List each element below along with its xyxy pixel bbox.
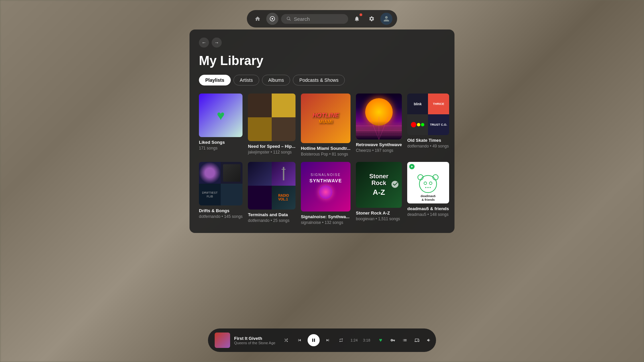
item-name: deadmau5 & friends [407,206,449,211]
svg-rect-8 [282,169,286,170]
item-name: Liked Songs [199,140,243,145]
topbar: Search [247,10,397,27]
item-meta: jakejimpster • 112 songs [248,150,296,155]
home-button[interactable] [252,13,264,25]
radio-button[interactable] [266,13,278,25]
notification-dot [360,13,362,16]
list-item[interactable]: ♥ Liked Songs 171 songs [199,94,243,157]
shuffle-button[interactable] [281,335,291,346]
tab-playlists[interactable]: Playlists [199,75,231,85]
item-meta: dotfernando • 49 songs [407,144,449,148]
player-track-name: First It Giveth [234,336,275,341]
forward-button[interactable]: → [212,38,222,48]
player-album-art [215,333,230,348]
item-name: Old Skate Times [407,138,449,143]
player-actions: ♥ [376,335,434,345]
item-name: Signalnoise: Synthwa... [301,214,351,219]
repeat-button[interactable] [336,335,346,346]
previous-button[interactable] [294,335,305,346]
next-button[interactable] [322,335,333,346]
item-meta: dotfernando • 145 songs [199,214,243,219]
tab-podcasts[interactable]: Podcasts & Shows [293,75,345,85]
tab-albums[interactable]: Albums [262,75,290,85]
item-name: Drifts & Bongs [199,208,243,213]
total-time: 3:18 [363,338,370,342]
search-bar[interactable]: Search [281,14,348,24]
player-artist: Queens of the Stone Age [234,341,275,345]
item-meta: Boisterous Pop • 81 songs [301,152,351,157]
list-item[interactable]: SIGNALNOISE SYNTHWAVE Signalnoise: Synth… [301,162,351,225]
item-name: Retrowave Synthwave [356,142,402,147]
back-button[interactable]: ← [199,38,209,48]
notifications-button[interactable] [351,13,363,25]
settings-button[interactable] [366,13,378,25]
list-item[interactable]: blink THRICE TRUST C.O. Old Skate Times … [407,94,449,157]
item-name: Hotline Miami Soundtr... [301,146,351,151]
current-time: 1:24 [351,338,358,342]
page-title: My Library [199,54,445,68]
svg-point-13 [424,182,427,185]
list-item[interactable]: StonerRock A-Z Stoner Rock A-Z boogievan… [356,162,402,225]
svg-point-0 [272,18,273,20]
item-name: Need for Speed – Hip... [248,144,296,149]
list-item[interactable]: Retrowave Synthwave Cheerzo • 197 songs [356,94,402,157]
player-bar: First It Giveth Queens of the Stone Age … [208,328,436,352]
svg-point-17 [430,187,431,188]
list-item[interactable]: deadmau5& friends deadmau5 & friends dea… [407,162,449,225]
item-name: Terminals and Data [248,212,296,217]
tab-artists[interactable]: Artists [233,75,259,85]
item-meta: deadmau5 • 148 songs [407,212,449,217]
library-panel: ← → My Library Playlists Artists Albums … [190,29,454,233]
svg-point-10 [420,176,437,193]
nav-arrows: ← → [199,38,445,48]
svg-line-4 [370,117,379,140]
player-controls [281,334,346,346]
key-button[interactable] [388,335,398,345]
heart-icon: ♥ [217,108,225,123]
item-meta: 171 songs [199,146,243,150]
svg-point-14 [429,182,432,185]
item-meta: signalnoise • 132 songs [301,220,351,225]
filter-tabs: Playlists Artists Albums Podcasts & Show… [199,75,445,85]
queue-button[interactable] [400,335,410,345]
svg-point-16 [428,187,429,188]
device-button[interactable] [412,335,422,345]
player-track-info: First It Giveth Queens of the Stone Age [234,336,275,345]
search-placeholder: Search [294,16,310,22]
player-progress: 1:24 3:18 [351,338,370,342]
item-meta: Cheerzo • 197 songs [356,148,402,153]
svg-line-6 [379,117,388,140]
list-item[interactable]: DRIFTIESTFLIB Drifts & Bongs dotfernando… [199,162,243,225]
list-item[interactable]: HOTLINE MIAMI Hotline Miami Soundtr... B… [301,94,351,157]
pause-button[interactable] [308,334,320,346]
like-button[interactable]: ♥ [376,335,386,345]
list-item[interactable]: Need for Speed – Hip... jakejimpster • 1… [248,94,296,157]
svg-point-15 [425,187,426,188]
playlist-grid: ♥ Liked Songs 171 songs Need for Speed –… [199,94,445,225]
item-name: Stoner Rock A-Z [356,210,402,216]
user-avatar[interactable] [380,13,392,25]
list-item[interactable]: RADIOVOL.1 Terminals and Data dotfernand… [248,162,296,225]
item-meta: boogievan • 1,511 songs [356,217,402,221]
volume-button[interactable] [424,335,434,345]
item-meta: dotfernando • 25 songs [248,218,296,223]
